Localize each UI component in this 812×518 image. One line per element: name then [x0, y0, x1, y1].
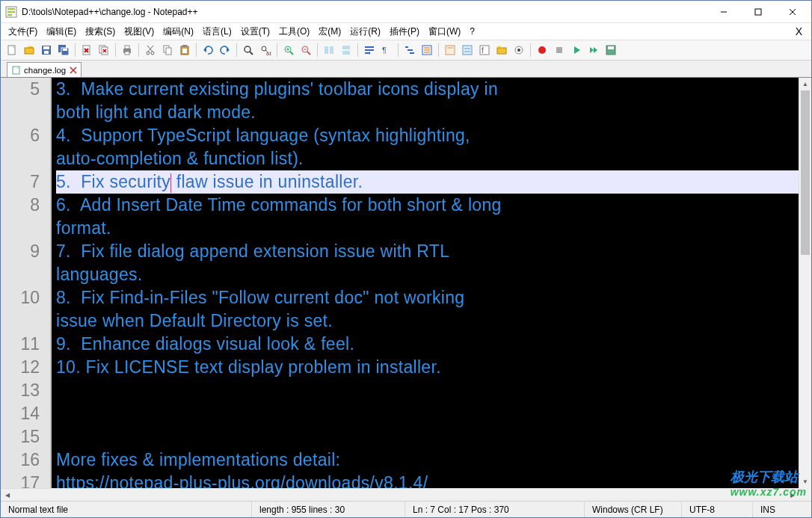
svg-line-44 — [290, 52, 293, 55]
menubar: 文件(F) 编辑(E) 搜索(S) 视图(V) 编码(N) 语言(L) 设置(T… — [1, 23, 811, 40]
svg-line-39 — [250, 52, 253, 55]
show-all-chars-icon[interactable]: ¶ — [378, 42, 395, 58]
wordwrap-icon[interactable] — [361, 42, 378, 58]
window-title: D:\tools\Notepad++\change.log - Notepad+… — [22, 7, 707, 17]
menu-macro[interactable]: 宏(M) — [314, 24, 345, 40]
scroll-right-icon[interactable]: ▶ — [786, 489, 799, 501]
svg-rect-32 — [166, 48, 171, 55]
svg-rect-84 — [13, 67, 19, 74]
menu-window[interactable]: 窗口(W) — [424, 24, 465, 40]
status-filetype: Normal text file — [1, 502, 251, 517]
svg-marker-79 — [574, 46, 580, 54]
monitor-icon[interactable] — [511, 42, 527, 58]
tab-close-icon[interactable] — [69, 66, 78, 75]
menu-edit[interactable]: 编辑(E) — [42, 24, 81, 40]
scroll-thumb-v[interactable] — [801, 90, 810, 255]
svg-marker-81 — [594, 47, 597, 53]
svg-rect-68 — [463, 46, 472, 55]
menu-settings[interactable]: 设置(T) — [236, 24, 274, 40]
open-file-icon[interactable] — [21, 42, 37, 58]
svg-rect-2 — [7, 11, 15, 13]
menu-view[interactable]: 视图(V) — [120, 24, 159, 40]
record-macro-icon[interactable] — [534, 42, 550, 58]
status-encoding[interactable]: UTF-8 — [681, 502, 752, 517]
svg-marker-80 — [590, 47, 594, 53]
outdent-icon[interactable] — [419, 42, 435, 58]
menu-search[interactable]: 搜索(S) — [81, 24, 120, 40]
menu-tools[interactable]: 工具(O) — [274, 24, 314, 40]
print-icon[interactable] — [119, 42, 135, 58]
svg-rect-25 — [125, 46, 129, 49]
status-mode[interactable]: INS — [752, 502, 811, 517]
menu-plugins[interactable]: 插件(P) — [385, 24, 424, 40]
sync-v-icon[interactable] — [321, 42, 337, 58]
redo-icon[interactable] — [217, 42, 233, 58]
undo-icon[interactable] — [200, 42, 216, 58]
svg-rect-74 — [497, 46, 501, 48]
editor[interactable]: 567891011121314151617 3. Make current ex… — [1, 77, 811, 501]
save-all-icon[interactable] — [55, 42, 72, 58]
vertical-scrollbar[interactable]: ▲ ▼ — [799, 78, 811, 488]
play-macro-icon[interactable] — [568, 42, 585, 58]
tab-change-log[interactable]: change.log — [7, 62, 81, 77]
svg-point-38 — [244, 46, 250, 52]
doc-map-icon[interactable] — [442, 42, 458, 58]
find-icon[interactable] — [240, 42, 256, 58]
save-icon[interactable] — [38, 42, 55, 58]
svg-rect-34 — [182, 45, 187, 47]
svg-line-29 — [148, 46, 153, 52]
menu-x[interactable]: X — [790, 25, 808, 37]
svg-rect-66 — [446, 46, 455, 55]
cut-icon[interactable] — [142, 42, 159, 58]
svg-rect-83 — [608, 46, 614, 49]
stop-macro-icon[interactable] — [551, 42, 568, 58]
new-file-icon[interactable] — [4, 42, 20, 58]
menu-language[interactable]: 语言(L) — [198, 24, 236, 40]
svg-rect-73 — [497, 48, 506, 54]
doc-list-icon[interactable] — [459, 42, 476, 58]
status-length: length : 955 lines : 30 — [251, 502, 405, 517]
menu-run[interactable]: 运行(R) — [345, 24, 385, 40]
menu-file[interactable]: 文件(F) — [4, 24, 42, 40]
svg-rect-10 — [25, 48, 34, 54]
svg-rect-3 — [7, 14, 12, 16]
scroll-down-icon[interactable]: ▼ — [799, 475, 811, 488]
svg-marker-57 — [368, 52, 370, 55]
menu-encoding[interactable]: 编码(N) — [159, 24, 198, 40]
menu-help[interactable]: ? — [465, 25, 479, 38]
maximize-button[interactable] — [741, 1, 775, 23]
horizontal-scrollbar[interactable]: ◀ ▶ — [1, 488, 799, 501]
status-eol[interactable]: Windows (CR LF) — [584, 502, 681, 517]
svg-point-28 — [151, 52, 154, 55]
svg-text:f: f — [482, 46, 484, 55]
replace-icon[interactable]: ab — [257, 42, 274, 58]
close-button[interactable] — [775, 1, 810, 23]
play-multi-icon[interactable] — [585, 42, 602, 58]
minimize-button[interactable] — [707, 1, 741, 23]
svg-rect-13 — [44, 51, 49, 54]
svg-rect-51 — [330, 46, 333, 54]
status-position: Ln : 7 Col : 17 Pos : 370 — [405, 502, 584, 517]
svg-rect-12 — [43, 46, 49, 49]
tab-label: change.log — [24, 66, 66, 75]
code-area[interactable]: 3. Make current existing plugins' toolba… — [52, 78, 811, 501]
copy-icon[interactable] — [159, 42, 176, 58]
save-macro-icon[interactable] — [603, 42, 619, 58]
func-list-icon[interactable]: f — [476, 42, 493, 58]
zoom-out-icon[interactable] — [298, 42, 314, 58]
close-all-icon[interactable] — [96, 42, 112, 58]
indent-guide-icon[interactable] — [402, 42, 418, 58]
close-file-icon[interactable] — [79, 42, 95, 58]
folder-view-icon[interactable] — [493, 42, 510, 58]
zoom-in-icon[interactable] — [280, 42, 297, 58]
sync-h-icon[interactable] — [338, 42, 354, 58]
titlebar: D:\tools\Notepad++\change.log - Notepad+… — [1, 1, 811, 23]
scroll-up-icon[interactable]: ▲ — [799, 78, 811, 90]
scroll-corner — [799, 488, 811, 501]
scroll-left-icon[interactable]: ◀ — [1, 489, 13, 501]
svg-point-27 — [147, 52, 150, 55]
svg-text:¶: ¶ — [382, 46, 387, 55]
paste-icon[interactable] — [176, 42, 193, 58]
line-number-gutter: 567891011121314151617 — [1, 78, 52, 501]
svg-rect-78 — [556, 47, 562, 53]
